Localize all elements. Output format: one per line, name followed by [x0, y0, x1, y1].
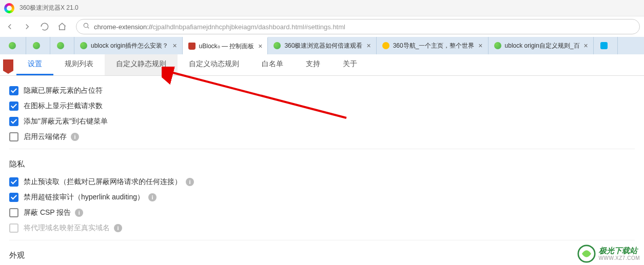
favicon-icon — [382, 42, 389, 49]
info-icon[interactable]: i — [114, 224, 122, 232]
option-label: 禁止预读取（拦截对已屏蔽网络请求的任何连接） — [24, 177, 182, 187]
toolbar: chrome-extension://cjpalhdlnbpafiamejdnh… — [0, 16, 644, 37]
back-button[interactable] — [4, 21, 15, 32]
tab-360nav[interactable]: 360导航_一个主页，整个世界 × — [377, 37, 489, 54]
dash-tab-whitelist[interactable]: 白名单 — [250, 54, 295, 75]
svg-point-0 — [84, 23, 88, 27]
checkbox-placeholder[interactable] — [9, 86, 18, 95]
app-title: 360极速浏览器X 21.0 — [19, 4, 79, 12]
option-label: 启用云端储存 — [24, 132, 67, 141]
tab-close-icon[interactable]: × — [584, 42, 588, 50]
dash-tab-about[interactable]: 关于 — [331, 54, 368, 75]
watermark: 极光下载站 WWW.XZ7.COM — [573, 242, 645, 265]
watermark-logo-icon — [577, 244, 596, 263]
tab-close-icon[interactable]: × — [172, 42, 177, 50]
option-label: 屏蔽 CSP 报告 — [24, 208, 71, 217]
favicon-icon — [494, 42, 501, 49]
app-logo-icon — [4, 3, 14, 13]
title-bar: 360极速浏览器X 21.0 — [0, 0, 644, 16]
checkbox-context-menu[interactable] — [9, 117, 18, 126]
checkbox-badge-count[interactable] — [9, 101, 18, 111]
forward-button[interactable] — [22, 21, 33, 32]
ublock-shield-icon — [0, 54, 16, 75]
url-text: chrome-extension://cjpalhdlnbpafiamejdnh… — [94, 23, 345, 31]
reload-button[interactable] — [39, 21, 50, 32]
watermark-title: 极光下载站 — [599, 247, 640, 255]
section-appearance-title: 外观 — [9, 251, 635, 260]
favicon-icon — [9, 42, 16, 49]
info-icon[interactable]: i — [75, 209, 83, 217]
checkbox-cloud-storage[interactable] — [9, 132, 18, 141]
address-bar[interactable]: chrome-extension://cjpalhdlnbpafiamejdnh… — [76, 19, 640, 34]
info-icon[interactable]: i — [148, 193, 157, 201]
tab-mini-3[interactable] — [50, 37, 74, 54]
dash-tab-support[interactable]: 支持 — [295, 54, 331, 75]
tab-plugin[interactable]: ublock origin插件怎么安装？ × — [74, 37, 183, 54]
option-label: 将代理域名映射至真实域名 — [24, 223, 110, 233]
tab-close-icon[interactable]: × — [478, 42, 482, 50]
tab-mini-2[interactable] — [26, 37, 50, 54]
checkbox-hyperlink-auditing[interactable] — [9, 193, 18, 202]
dash-tab-settings[interactable]: 设置 — [16, 54, 53, 75]
favicon-icon — [274, 42, 281, 49]
tab-mini-1[interactable] — [2, 37, 26, 54]
dash-tab-static-rules[interactable]: 自定义静态规则 — [105, 54, 178, 75]
info-icon[interactable]: i — [71, 133, 79, 141]
checkbox-proxy-domain — [9, 223, 18, 233]
option-label: 禁用超链接审计（hyperlink auditing） — [24, 193, 144, 202]
svg-line-1 — [87, 27, 89, 28]
home-button[interactable] — [56, 21, 68, 32]
tab-speed[interactable]: 360极速浏览器如何倍速观看 × — [268, 37, 376, 54]
watermark-url: WWW.XZ7.COM — [599, 255, 640, 261]
dashboard-nav: 设置 规则列表 自定义静态规则 自定义动态规则 白名单 支持 关于 — [0, 54, 644, 76]
site-info-icon[interactable] — [83, 22, 90, 31]
option-label: 隐藏已屏蔽元素的占位符 — [24, 86, 103, 95]
tab-bili[interactable] — [594, 37, 618, 54]
dash-tab-dynamic-rules[interactable]: 自定义动态规则 — [178, 54, 250, 75]
tab-close-icon[interactable]: × — [258, 42, 262, 50]
tab-custom-rules[interactable]: ublock origin自定义规则_百 × — [489, 37, 594, 54]
settings-pane: 隐藏已屏蔽元素的占位符 在图标上显示拦截请求数 添加"屏蔽元素"到右键菜单 启用… — [0, 76, 644, 265]
checkbox-csp[interactable] — [9, 208, 18, 217]
favicon-icon — [600, 42, 608, 49]
option-label: 添加"屏蔽元素"到右键菜单 — [24, 117, 108, 126]
option-label: 在图标上显示拦截请求数 — [24, 101, 103, 111]
tab-strip: ublock origin插件怎么安装？ × uBlock₀ — 控制面板 × … — [0, 37, 644, 54]
checkbox-prefetch[interactable] — [9, 177, 18, 187]
tab-dashboard[interactable]: uBlock₀ — 控制面板 × — [183, 37, 268, 54]
ublock-icon — [188, 43, 196, 50]
section-privacy-title: 隐私 — [9, 159, 635, 169]
favicon-icon — [33, 42, 40, 49]
tab-close-icon[interactable]: × — [366, 42, 370, 50]
dash-tab-filters[interactable]: 规则列表 — [53, 54, 105, 75]
favicon-icon — [57, 42, 64, 49]
favicon-icon — [80, 42, 87, 49]
info-icon[interactable]: i — [186, 178, 194, 186]
